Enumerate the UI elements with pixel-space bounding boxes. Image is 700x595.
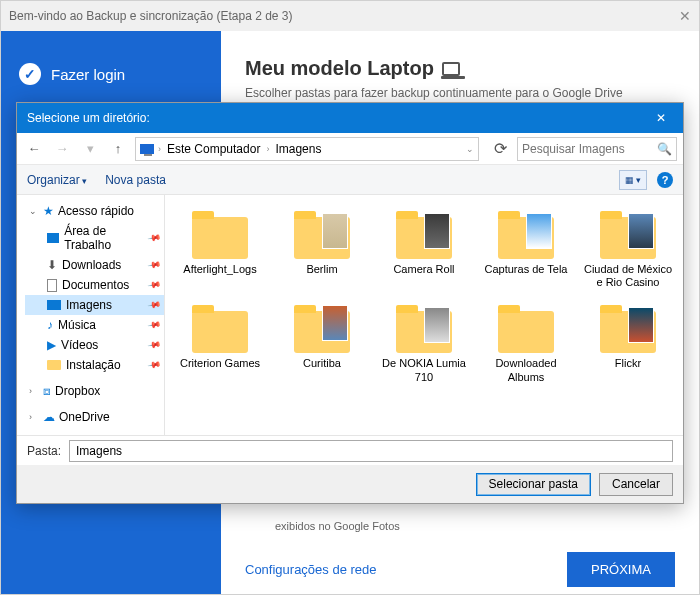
folder-item[interactable]: De NOKIA Lumia 710 <box>375 299 473 387</box>
page-desc: Escolher pastas para fazer backup contin… <box>245 86 675 100</box>
nav-row: ← → ▾ ↑ › Este Computador › Imagens ⌄ ⟳ … <box>17 133 683 165</box>
search-input[interactable] <box>522 142 642 156</box>
nav-forward-icon[interactable]: → <box>51 138 73 160</box>
folder-label: Camera Roll <box>377 263 471 276</box>
star-icon: ★ <box>43 204 54 218</box>
window-titlebar: Bem-vindo ao Backup e sincronização (Eta… <box>1 1 699 31</box>
path-label: Pasta: <box>27 444 61 458</box>
pc-icon <box>140 144 154 154</box>
chevron-down-icon[interactable]: ⌄ <box>466 144 474 154</box>
folder-item[interactable]: Criterion Games <box>171 299 269 387</box>
folder-item[interactable]: Berlim <box>273 205 371 293</box>
music-icon: ♪ <box>47 318 53 332</box>
desktop-icon <box>47 233 59 243</box>
pin-icon: 📌 <box>147 298 162 313</box>
pin-icon: 📌 <box>147 318 162 333</box>
folder-item[interactable]: Downloaded Albums <box>477 299 575 387</box>
window-title: Bem-vindo ao Backup e sincronização (Eta… <box>9 9 293 23</box>
folder-icon <box>192 217 248 259</box>
pin-icon: 📌 <box>147 358 162 373</box>
chevron-right-icon: › <box>29 386 39 396</box>
refresh-icon[interactable]: ⟳ <box>489 139 511 158</box>
folder-label: Afterlight_Logs <box>173 263 267 276</box>
page-title: Meu modelo Laptop <box>245 57 675 80</box>
pin-icon: 📌 <box>147 338 162 353</box>
pin-icon: 📌 <box>147 278 162 293</box>
folder-label: Berlim <box>275 263 369 276</box>
download-icon: ⬇ <box>47 258 57 272</box>
path-input[interactable] <box>69 440 673 462</box>
image-icon <box>47 300 61 310</box>
pin-icon: 📌 <box>147 258 162 273</box>
network-settings-link[interactable]: Configurações de rede <box>245 562 377 577</box>
folder-label: Downloaded Albums <box>479 357 573 383</box>
folder-item[interactable]: Ciudad de México e Rio Casino <box>579 205 677 293</box>
folder-icon <box>47 360 61 370</box>
folder-label: Flickr <box>581 357 675 370</box>
chevron-down-icon: ⌄ <box>29 206 39 216</box>
folder-label: Curitiba <box>275 357 369 370</box>
help-icon[interactable]: ? <box>657 172 673 188</box>
select-folder-button[interactable]: Selecionar pasta <box>476 473 591 496</box>
path-row: Pasta: <box>17 435 683 465</box>
step-login[interactable]: ✓ Fazer login <box>1 51 221 97</box>
dialog-close-icon[interactable]: ✕ <box>649 111 673 125</box>
address-bar[interactable]: › Este Computador › Imagens ⌄ <box>135 137 479 161</box>
check-icon: ✓ <box>19 63 41 85</box>
new-folder-button[interactable]: Nova pasta <box>105 173 166 187</box>
breadcrumb-root[interactable]: Este Computador <box>165 142 262 156</box>
nav-up-icon[interactable]: ↑ <box>107 138 129 160</box>
cancel-button[interactable]: Cancelar <box>599 473 673 496</box>
folder-item[interactable]: Capturas de Tela <box>477 205 575 293</box>
cloud-icon: ☁ <box>43 410 55 424</box>
folder-icon <box>498 311 554 353</box>
tree-item-music[interactable]: ♪Música📌 <box>25 315 164 335</box>
tree-item-downloads[interactable]: ⬇Downloads📌 <box>25 255 164 275</box>
toolbar: Organizar Nova pasta ▦ ▾ ? <box>17 165 683 195</box>
tree-item-images[interactable]: Imagens📌 <box>25 295 164 315</box>
tree-item-videos[interactable]: ▶Vídeos📌 <box>25 335 164 355</box>
pin-icon: 📌 <box>147 231 162 246</box>
tree-item-desktop[interactable]: Área de Trabalho📌 <box>25 221 164 255</box>
folder-label: De NOKIA Lumia 710 <box>377 357 471 383</box>
step-login-label: Fazer login <box>51 66 125 83</box>
folder-item[interactable]: Camera Roll <box>375 205 473 293</box>
nav-tree: ⌄ ★ Acesso rápido Área de Trabalho📌 ⬇Dow… <box>17 195 165 435</box>
dialog-buttons: Selecionar pasta Cancelar <box>17 465 683 503</box>
folder-label: Ciudad de México e Rio Casino <box>581 263 675 289</box>
tree-item-install[interactable]: Instalação📌 <box>25 355 164 375</box>
nav-recent-icon[interactable]: ▾ <box>79 138 101 160</box>
laptop-icon <box>442 62 460 76</box>
dropbox-icon: ⧈ <box>43 384 51 398</box>
tree-onedrive[interactable]: ›☁OneDrive <box>25 407 164 427</box>
folder-item[interactable]: Afterlight_Logs <box>171 205 269 293</box>
search-icon[interactable]: 🔍 <box>657 142 672 156</box>
breadcrumb-leaf[interactable]: Imagens <box>273 142 323 156</box>
tree-item-documents[interactable]: Documentos📌 <box>25 275 164 295</box>
dialog-titlebar: Selecione um diretório: ✕ <box>17 103 683 133</box>
folder-item[interactable]: Curitiba <box>273 299 371 387</box>
view-mode-button[interactable]: ▦ ▾ <box>619 170 647 190</box>
tree-dropbox[interactable]: ›⧈Dropbox <box>25 381 164 401</box>
search-box[interactable]: 🔍 <box>517 137 677 161</box>
organize-menu[interactable]: Organizar <box>27 173 87 187</box>
next-button[interactable]: PRÓXIMA <box>567 552 675 587</box>
folder-item[interactable]: Flickr <box>579 299 677 387</box>
document-icon <box>47 279 57 292</box>
nav-back-icon[interactable]: ← <box>23 138 45 160</box>
folder-icon <box>192 311 248 353</box>
folder-label: Capturas de Tela <box>479 263 573 276</box>
chevron-right-icon: › <box>29 412 39 422</box>
file-grid: Afterlight_LogsBerlimCamera RollCapturas… <box>165 195 683 435</box>
tree-quick-access[interactable]: ⌄ ★ Acesso rápido <box>25 201 164 221</box>
folder-picker-dialog: Selecione um diretório: ✕ ← → ▾ ↑ › Este… <box>16 102 684 504</box>
folder-label: Criterion Games <box>173 357 267 370</box>
photos-note: exibidos no Google Fotos <box>245 520 675 532</box>
video-icon: ▶ <box>47 338 56 352</box>
close-icon[interactable]: ✕ <box>679 8 691 24</box>
dialog-title: Selecione um diretório: <box>27 111 150 125</box>
